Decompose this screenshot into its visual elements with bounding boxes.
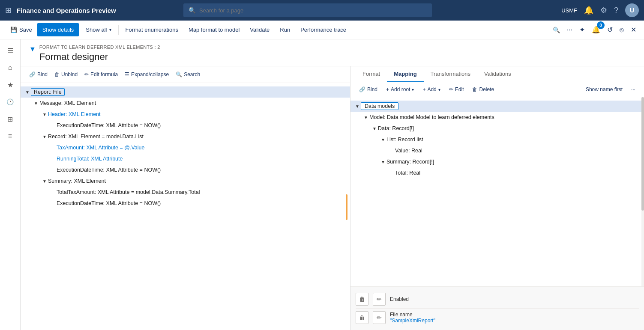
edit-enabled-button[interactable]: ✏ [373, 293, 386, 306]
tree-toggle[interactable] [50, 144, 57, 151]
map-item-text: Summary: Record[!] [386, 159, 434, 165]
tree-item[interactable]: ▼ Message: XML Element [21, 98, 350, 109]
notifications-button[interactable]: 🔔 [584, 6, 593, 15]
tree-item-text: ExecutionDateTime: XML Attribute = NOW() [57, 167, 161, 173]
validate-button[interactable]: Validate [245, 23, 275, 36]
search-format-button[interactable]: 🔍 Search [172, 70, 204, 79]
waffle-icon[interactable]: ⊞ [5, 6, 12, 15]
edit-formula-button[interactable]: ✏ Edit formula [81, 70, 121, 79]
delete-mapping-icon: 🗑 [472, 86, 477, 92]
tree-toggle[interactable] [50, 200, 57, 207]
scrollbar[interactable] [641, 97, 644, 286]
help-button[interactable]: ? [614, 6, 618, 15]
tree-item[interactable]: ▼ Header: XML Element [21, 109, 350, 120]
tab-transformations[interactable]: Transformations [424, 66, 477, 82]
tab-validations[interactable]: Validations [477, 66, 518, 82]
search-cmd-button[interactable]: 🔍 [550, 24, 563, 36]
format-enumerations-button[interactable]: Format enumerations [120, 23, 184, 36]
sidebar-item-favorites[interactable]: ★ [3, 77, 18, 92]
tree-item[interactable]: ExecutionDateTime: XML Attribute = NOW() [21, 120, 350, 131]
map-item[interactable]: ▼ Data models [350, 101, 644, 112]
mapping-bind-icon: 🔗 [359, 86, 365, 92]
tree-toggle[interactable] [50, 122, 57, 129]
map-item[interactable]: Total: Real [350, 167, 644, 178]
tree-item[interactable]: TaxAmount: XML Attribute = @.Value [21, 142, 350, 153]
add-chevron-icon: ▾ [438, 87, 440, 92]
tree-item[interactable]: ▼ Summary: XML Element [21, 175, 350, 187]
map-toggle[interactable]: ▼ [380, 158, 386, 165]
cmd-separator-1 [118, 25, 119, 35]
filter-button[interactable]: ▼ [29, 45, 36, 53]
tree-toggle[interactable]: ▼ [24, 89, 31, 95]
show-name-first-button[interactable]: Show name first [582, 85, 626, 94]
mapping-panel: Format Mapping Transformations Validatio… [350, 66, 644, 330]
map-toggle[interactable]: ▼ [380, 136, 386, 143]
map-toggle[interactable] [388, 169, 395, 176]
more-mapping-options-button[interactable]: ··· [628, 85, 639, 94]
tree-item[interactable]: ▼ Report: File [21, 86, 350, 98]
user-code: USMF [561, 7, 577, 14]
avatar[interactable]: U [625, 3, 639, 17]
tree-toggle[interactable]: ▼ [41, 178, 48, 184]
map-item[interactable]: ▼ List: Record list [350, 134, 644, 145]
nav-right-actions: USMF 🔔 ⚙ ? U [561, 3, 639, 17]
mapping-tree: ▼ Data models ▼ Model: Data model Model … [350, 97, 644, 286]
expand-collapse-button[interactable]: ☰ Expand/collapse [121, 70, 172, 79]
global-search-input[interactable] [199, 7, 427, 14]
show-details-button[interactable]: Show details [37, 23, 79, 36]
unbind-button[interactable]: 🗑 Unbind [51, 70, 81, 79]
map-toggle[interactable]: ▼ [362, 114, 369, 121]
property-enabled: 🗑 ✏ Enabled [356, 290, 639, 309]
map-format-to-model-button[interactable]: Map format to model [183, 23, 245, 36]
edit-mapping-button[interactable]: ✏ Edit [446, 85, 467, 94]
bind-button[interactable]: 🔗 Bind [26, 70, 51, 79]
refresh-button[interactable]: ↺ [605, 23, 615, 36]
scroll-indicator [346, 194, 347, 220]
sidebar-item-workspaces[interactable]: ⊞ [3, 111, 18, 127]
global-search-bar[interactable]: 🔍 [183, 3, 432, 17]
map-toggle[interactable]: ▼ [354, 103, 361, 110]
settings-button[interactable]: ⚙ [600, 6, 607, 15]
tree-item[interactable]: RunningTotal: XML Attribute [21, 153, 350, 164]
tab-mapping[interactable]: Mapping [387, 66, 423, 82]
add-root-button[interactable]: + Add root ▾ [383, 85, 417, 94]
tree-item-text: ExecutionDateTime: XML Attribute = NOW() [57, 122, 161, 128]
delete-enabled-button[interactable]: 🗑 [356, 293, 368, 306]
map-item[interactable]: Value: Real [350, 145, 644, 156]
show-all-button[interactable]: Show all ▾ [81, 23, 116, 36]
tree-toggle[interactable]: ▼ [41, 111, 48, 118]
pin-button[interactable]: ✦ [577, 23, 587, 36]
close-button[interactable]: ✕ [628, 23, 639, 36]
mapping-bind-button[interactable]: 🔗 Bind [356, 85, 381, 94]
save-button[interactable]: 💾 Save [5, 23, 37, 36]
map-toggle[interactable] [388, 147, 395, 154]
tree-toggle[interactable]: ▼ [41, 133, 48, 140]
more-options-button[interactable]: ··· [564, 24, 575, 36]
map-item[interactable]: ▼ Summary: Record[!] [350, 156, 644, 167]
sidebar-item-list[interactable]: ≡ [3, 128, 18, 144]
tree-toggle[interactable] [50, 166, 57, 173]
tree-item[interactable]: TotalTaxAmount: XML Attribute = model.Da… [21, 187, 350, 198]
map-toggle[interactable]: ▼ [371, 125, 378, 132]
map-item[interactable]: ▼ Data: Record[!] [350, 123, 644, 134]
run-button[interactable]: Run [275, 23, 295, 36]
tab-format[interactable]: Format [356, 66, 387, 82]
sidebar-item-menu[interactable]: ☰ [3, 43, 18, 58]
tree-item-text: Header: XML Element [48, 111, 101, 117]
performance-trace-button[interactable]: Performance trace [295, 23, 351, 36]
open-new-tab-button[interactable]: ⎋ [617, 24, 626, 36]
sidebar-item-recent[interactable]: 🕐 [3, 94, 18, 110]
delete-mapping-button[interactable]: 🗑 Delete [469, 85, 497, 94]
tree-toggle[interactable] [50, 155, 57, 162]
sidebar-item-home[interactable]: ⌂ [3, 60, 18, 75]
tree-item[interactable]: ▼ Record: XML Element = model.Data.List [21, 131, 350, 142]
add-button[interactable]: + Add ▾ [419, 85, 443, 94]
property-filename: 🗑 ✏ File name "SampleXmlReport" [356, 309, 639, 327]
tree-toggle[interactable]: ▼ [33, 100, 39, 107]
edit-filename-button[interactable]: ✏ [373, 311, 386, 324]
tree-toggle[interactable] [50, 189, 57, 196]
tree-item[interactable]: ExecutionDateTime: XML Attribute = NOW() [21, 164, 350, 175]
delete-filename-button[interactable]: 🗑 [356, 311, 368, 324]
tree-item[interactable]: ExecutionDateTime: XML Attribute = NOW() [21, 198, 350, 209]
map-item[interactable]: ▼ Model: Data model Model to learn defer… [350, 112, 644, 123]
